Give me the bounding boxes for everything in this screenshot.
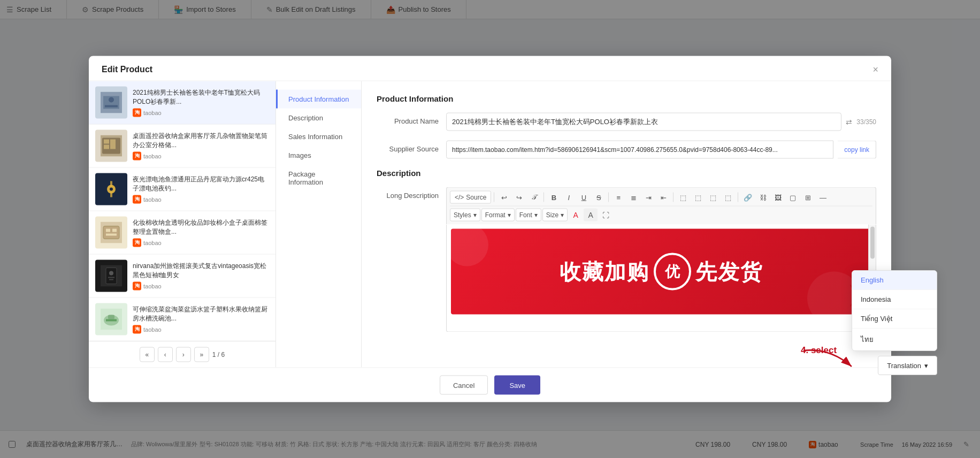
banner-circle: 优 [654, 253, 691, 291]
tab-product-information[interactable]: Product Information [276, 90, 361, 109]
banner-text-part2: 先发货 [695, 257, 763, 286]
svg-point-11 [110, 188, 113, 191]
product-name-control: ⇄ 33/350 [446, 113, 876, 131]
source-button[interactable]: </> Source [450, 191, 491, 204]
translate-icon[interactable]: ⇄ [846, 118, 852, 126]
unlink-button[interactable]: ⛓ [756, 191, 770, 204]
svg-rect-3 [105, 105, 118, 108]
format-dropdown[interactable]: Format ▾ [481, 209, 515, 222]
outdent-button[interactable]: ⇤ [656, 191, 670, 204]
editor-content[interactable]: 收藏加购 优 先发货 [447, 225, 876, 332]
long-description-row: Long Description </> Source ↩ [377, 187, 876, 332]
svg-rect-8 [110, 140, 116, 149]
translation-option-tieng-viet[interactable]: Tiếng Việt [852, 309, 937, 329]
taobao-icon: 淘 [133, 195, 141, 203]
product-item[interactable]: nirvana加州旅馆摇滚美式复古vintageoasis宽松黑色短袖t恤男女 … [89, 255, 275, 298]
long-description-label: Long Description [377, 187, 446, 200]
underline-button[interactable]: U [577, 191, 591, 204]
product-image [101, 179, 122, 200]
last-page-button[interactable]: » [194, 347, 209, 362]
edit-product-modal: Edit Product × 2021 [89, 56, 891, 402]
size-dropdown[interactable]: Size ▾ [542, 209, 568, 222]
product-image [101, 222, 122, 243]
product-image [101, 309, 122, 330]
align-center-button[interactable]: ⬚ [691, 191, 705, 204]
product-item[interactable]: 夜光漂电池鱼漂通用正品丹尼富动力源cr425电子漂电池夜钓... 淘 taoba… [89, 168, 275, 211]
description-section: Description Long Description </> Source [377, 169, 876, 332]
strikethrough-button[interactable]: S [592, 191, 606, 204]
first-page-button[interactable]: « [140, 347, 155, 362]
copy-link-button[interactable]: copy link [838, 141, 876, 159]
cancel-button[interactable]: Cancel [440, 376, 488, 395]
embed-button[interactable]: ▢ [786, 191, 800, 204]
next-page-button[interactable]: › [176, 347, 191, 362]
font-color-button[interactable]: A [569, 209, 583, 222]
modal-title: Edit Product [102, 65, 152, 74]
translation-option-english[interactable]: English [852, 271, 937, 290]
separator [738, 193, 738, 202]
svg-point-2 [109, 97, 114, 103]
product-name: 可伸缩洗菜盆淘菜盆沥水篮子塑料水果收纳篮厨房水槽洗碗池... [133, 305, 269, 323]
editor-wrapper: </> Source ↩ ↪ 𝒯̶ B I U [446, 187, 876, 332]
styles-dropdown[interactable]: Styles ▾ [450, 209, 480, 222]
link-button[interactable]: 🔗 [741, 191, 755, 204]
product-source: 淘 taobao [133, 238, 269, 247]
close-button[interactable]: × [872, 65, 878, 74]
separator [608, 193, 609, 202]
save-button[interactable]: Save [494, 376, 540, 395]
product-item[interactable]: 2021纯棉男士长袖爸爸装中老年T恤宽松大码POLO衫春季新... 淘 taob… [89, 81, 275, 125]
ordered-list-button[interactable]: ≡ [611, 191, 625, 204]
prev-page-button[interactable]: ‹ [158, 347, 173, 362]
page-info: 1 / 6 [212, 351, 225, 358]
svg-rect-23 [109, 279, 113, 280]
align-justify-button[interactable]: ⬚ [721, 191, 735, 204]
code-icon: </> [455, 194, 464, 201]
tab-images[interactable]: Images [276, 146, 361, 165]
editor-scrollthumb [870, 227, 875, 259]
product-item[interactable]: 桌面遥控器收纳盒家用客厅茶几杂物置物架笔筒办公室分格储... 淘 taobao [89, 125, 275, 168]
bg-color-button[interactable]: A [584, 209, 598, 222]
product-name-input[interactable] [446, 113, 841, 131]
redo-button[interactable]: ↪ [512, 191, 526, 204]
editor-body: 收藏加购 优 先发货 [446, 225, 876, 332]
separator [494, 193, 494, 202]
svg-rect-18 [106, 234, 117, 236]
product-list-panel: 2021纯棉男士长袖爸爸装中老年T恤宽松大码POLO衫春季新... 淘 taob… [89, 81, 276, 368]
align-right-button[interactable]: ⬚ [706, 191, 720, 204]
chevron-down-icon: ▾ [534, 211, 538, 219]
svg-rect-6 [104, 140, 109, 144]
font-dropdown[interactable]: Font ▾ [516, 209, 541, 222]
product-item[interactable]: 可伸缩洗菜盆淘菜盆沥水篮子塑料水果收纳篮厨房水槽洗碗池... 淘 taobao [89, 298, 275, 341]
translation-option-thai[interactable]: ไทย [852, 329, 937, 350]
bold-button[interactable]: B [547, 191, 561, 204]
tab-description[interactable]: Description [276, 109, 361, 127]
italic-button[interactable]: I [562, 191, 576, 204]
supplier-source-input[interactable] [446, 141, 833, 159]
table-button[interactable]: ⊞ [801, 191, 815, 204]
svg-rect-15 [103, 226, 119, 239]
remove-format-button[interactable]: 𝒯̶ [527, 191, 541, 204]
product-info: 可伸缩洗菜盆淘菜盆沥水篮子塑料水果收纳篮厨房水槽洗碗池... 淘 taobao [133, 305, 269, 334]
svg-rect-22 [108, 277, 114, 278]
translation-button[interactable]: Translation ▾ [878, 356, 937, 375]
tab-sales-information[interactable]: Sales Information [276, 127, 361, 146]
chevron-down-icon: ▾ [508, 211, 511, 219]
product-thumbnail [95, 130, 127, 162]
fullscreen-button[interactable]: ⛶ [599, 209, 612, 222]
description-title: Description [377, 169, 876, 178]
product-name-row: Product Name ⇄ 33/350 [377, 113, 876, 131]
hr-button[interactable]: — [816, 191, 830, 204]
product-source: 淘 taobao [133, 281, 269, 290]
indent-button[interactable]: ⇥ [641, 191, 655, 204]
toolbar-row2: Styles ▾ Format ▾ Font ▾ [450, 208, 872, 223]
translation-option-indonesia[interactable]: Indonesia [852, 290, 937, 309]
main-content: Product Information Product Name ⇄ 33/35… [362, 81, 891, 368]
tab-package-information[interactable]: Package Information [276, 165, 361, 192]
red-banner: 收藏加购 优 先发货 [451, 229, 871, 315]
toolbar-row1: </> Source ↩ ↪ 𝒯̶ B I U [450, 190, 872, 207]
product-item[interactable]: 化妆棉收纳盒透明化妆品卸妆棉小盒子桌面棉签整理盒置物盒... 淘 taobao [89, 211, 275, 255]
undo-button[interactable]: ↩ [497, 191, 511, 204]
image-button[interactable]: 🖼 [771, 191, 785, 204]
unordered-list-button[interactable]: ≣ [626, 191, 640, 204]
align-left-button[interactable]: ⬚ [676, 191, 690, 204]
